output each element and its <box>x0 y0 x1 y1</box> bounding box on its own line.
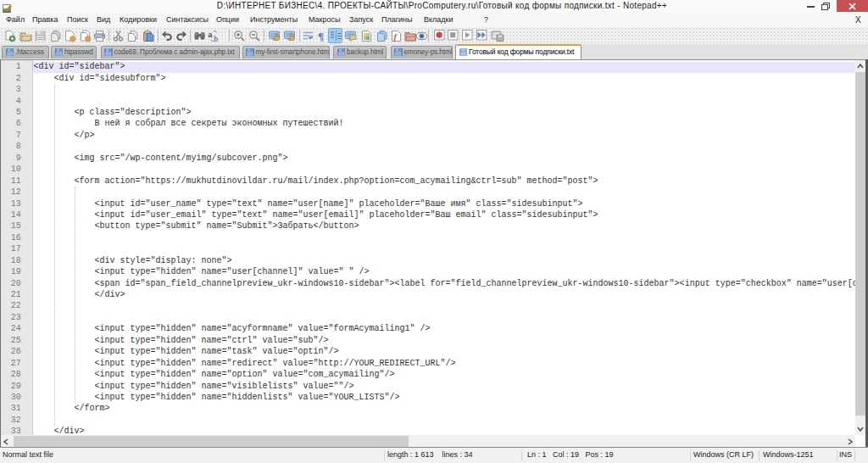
svg-text:b: b <box>214 34 218 42</box>
svg-text:¶: ¶ <box>318 30 324 42</box>
svg-text:a: a <box>209 31 213 39</box>
